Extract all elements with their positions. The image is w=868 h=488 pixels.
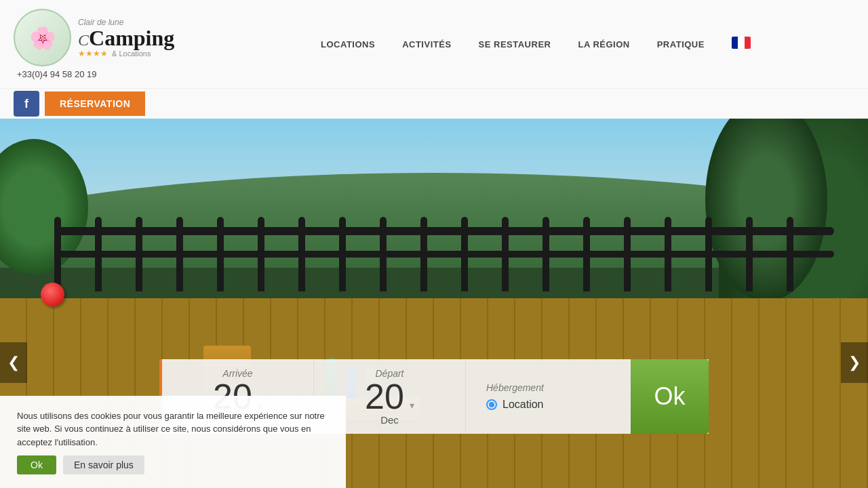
fence-post	[176, 217, 183, 291]
fence-post	[420, 217, 427, 291]
language-flag[interactable]	[732, 37, 751, 52]
location-radio-button[interactable]	[486, 399, 497, 410]
cookie-notice: Nous utilisons des cookies pour vous gar…	[0, 396, 346, 489]
ok-label: Ok	[654, 382, 685, 411]
logo-icon: 🌸	[14, 9, 71, 66]
fence-rail-bottom	[54, 251, 834, 258]
fence-post	[339, 217, 346, 291]
nav-activites[interactable]: ACTIVITÉS	[402, 39, 451, 49]
fence-post	[542, 217, 549, 291]
header-top: 🌸 Clair de lune CCamping ★★★★ & Location…	[0, 0, 868, 88]
phone-number: +33(0)4 94 58 20 19	[17, 69, 96, 79]
location-radio-option[interactable]: Location	[486, 399, 544, 411]
fence-rail-top	[54, 227, 834, 235]
nav-la-region[interactable]: LA RÉGION	[578, 39, 629, 49]
departure-dropdown-icon[interactable]: ▾	[410, 400, 414, 411]
header: 🌸 Clair de lune CCamping ★★★★ & Location…	[0, 0, 868, 119]
prev-arrow-icon: ❮	[7, 354, 20, 371]
fence-post	[746, 217, 753, 291]
logo-subtitle: & Locations	[112, 49, 151, 58]
radio-dot-inner	[489, 402, 494, 407]
nav-pratique[interactable]: PRATIQUE	[657, 39, 705, 49]
fence	[54, 214, 834, 302]
departure-day: 20	[365, 379, 404, 414]
cookie-buttons: Ok En savoir plus	[17, 455, 329, 474]
header-bottom: f RÉSERVATION	[0, 88, 868, 119]
main-nav: LOCATIONS ACTIVITÉS SE RESTAURER LA RÉGI…	[217, 37, 854, 52]
fence-post	[380, 217, 387, 291]
hebergement-section: Hébergement Location	[466, 359, 631, 434]
nav-se-restaurer[interactable]: SE RESTAURER	[479, 39, 551, 49]
next-arrow-icon: ❯	[848, 354, 861, 371]
fence-post	[665, 217, 671, 291]
facebook-icon: f	[24, 97, 28, 111]
cookie-ok-button[interactable]: Ok	[17, 455, 56, 474]
fence-post	[217, 217, 224, 291]
logo-title: CCamping	[78, 27, 174, 49]
cookie-text: Nous utilisons des cookies pour vous gar…	[17, 409, 329, 449]
fence-post	[54, 217, 61, 291]
fence-post	[583, 217, 590, 291]
fence-post	[95, 217, 102, 291]
logo-area: 🌸 Clair de lune CCamping ★★★★ & Location…	[14, 9, 217, 79]
departure-month: Dec	[380, 414, 399, 426]
fence-post	[787, 217, 793, 291]
fence-post	[461, 217, 468, 291]
fence-post	[705, 217, 712, 291]
logo-stars: ★★★★	[78, 49, 108, 58]
reservation-button[interactable]: RÉSERVATION	[45, 92, 145, 116]
fence-post	[502, 217, 509, 291]
cookie-learn-more-button[interactable]: En savoir plus	[63, 455, 144, 474]
fence-post	[624, 217, 631, 291]
fence-post	[136, 217, 142, 291]
fence-post	[258, 217, 264, 291]
hebergement-label: Hébergement	[486, 382, 544, 393]
fence-post	[298, 217, 305, 291]
nav-locations[interactable]: LOCATIONS	[321, 39, 375, 49]
facebook-button[interactable]: f	[14, 91, 39, 117]
booking-ok-button[interactable]: Ok	[631, 359, 709, 434]
slider-next-button[interactable]: ❯	[841, 342, 868, 383]
slider-prev-button[interactable]: ❮	[0, 342, 27, 383]
location-label: Location	[502, 399, 544, 411]
logo-title-text: Camping	[89, 26, 174, 50]
ball	[41, 283, 64, 306]
